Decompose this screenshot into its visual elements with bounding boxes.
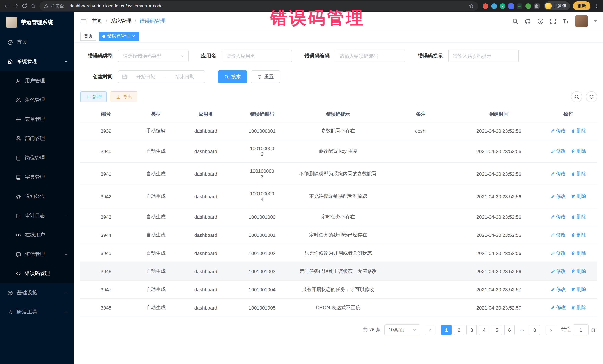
edit-link[interactable]: 修改: [550, 170, 566, 177]
search-button[interactable]: 搜索: [218, 70, 247, 83]
app-logo[interactable]: 芋道管理系统: [0, 12, 74, 33]
bookmark-star-icon[interactable]: [468, 3, 474, 9]
sidebar-item[interactable]: 在线用户: [0, 225, 74, 245]
extension-icon[interactable]: [483, 3, 488, 9]
export-button[interactable]: 导出: [111, 91, 137, 102]
caret-down-icon[interactable]: [594, 20, 597, 22]
edit-link[interactable]: 修改: [550, 213, 566, 220]
delete-link[interactable]: 删除: [571, 232, 586, 238]
sidebar-item[interactable]: 首页: [0, 33, 74, 52]
tab-item[interactable]: 首页: [80, 32, 96, 41]
edit-link[interactable]: 修改: [550, 232, 566, 238]
tab-active[interactable]: 错误码管理×: [99, 32, 139, 41]
help-icon[interactable]: [537, 18, 544, 24]
cell-hint: 参数配置不存在: [293, 122, 383, 140]
delete-link[interactable]: 删除: [571, 286, 586, 293]
browser-reload-icon[interactable]: [22, 3, 27, 9]
font-size-icon[interactable]: [563, 18, 569, 24]
browser-update-button[interactable]: 更新: [573, 1, 590, 10]
delete-link[interactable]: 删除: [571, 213, 586, 220]
error-code-input[interactable]: [335, 50, 405, 62]
sidebar-item[interactable]: 系统管理: [0, 52, 74, 71]
page-button-5[interactable]: 5: [492, 325, 502, 335]
sidebar-item[interactable]: 部门管理: [0, 129, 74, 148]
breadcrumb-item[interactable]: 首页: [92, 18, 103, 24]
page-button-6[interactable]: 6: [504, 325, 515, 335]
more-pages-button[interactable]: •••: [517, 325, 527, 335]
edit-link[interactable]: 修改: [550, 128, 566, 134]
cell-remark: [383, 208, 458, 226]
tags-view: 首页错误码管理×: [74, 30, 603, 42]
delete-link[interactable]: 删除: [571, 193, 586, 200]
fullscreen-icon[interactable]: [550, 18, 556, 24]
address-bar[interactable]: 不安全 dashboard.yudao.iocoder.cn/system/er…: [39, 1, 478, 11]
cell-actions: 修改删除: [540, 262, 597, 280]
reset-button[interactable]: 重置: [251, 70, 280, 83]
page-button-8[interactable]: 8: [530, 325, 540, 335]
add-button[interactable]: 新增: [80, 91, 107, 102]
page-button-2[interactable]: 2: [454, 325, 464, 335]
page-size-select[interactable]: 10条/页: [384, 324, 420, 335]
extension-icon[interactable]: [508, 3, 514, 9]
edit-link[interactable]: 修改: [550, 268, 566, 275]
page-button-1[interactable]: 1: [441, 325, 452, 335]
edit-link[interactable]: 修改: [550, 250, 566, 256]
delete-link[interactable]: 删除: [571, 304, 586, 311]
cell-type: 自动生成: [132, 280, 180, 298]
profile-chip[interactable]: 已暂停: [544, 1, 570, 10]
extension-icon[interactable]: V: [500, 3, 505, 9]
browser-home-icon[interactable]: [30, 3, 36, 9]
browser-back-icon[interactable]: [4, 3, 10, 9]
sidebar-item[interactable]: 短信管理: [0, 245, 74, 264]
sidebar-item[interactable]: 研发工具: [0, 302, 74, 322]
extension-icon[interactable]: [525, 3, 531, 9]
sidebar-item[interactable]: 菜单管理: [0, 110, 74, 129]
sidebar-item[interactable]: 通知公告: [0, 187, 74, 206]
error-hint-input[interactable]: [448, 50, 519, 62]
toggle-search-button[interactable]: [571, 91, 582, 102]
extension-icon[interactable]: [491, 3, 497, 9]
next-page-button[interactable]: ›: [546, 325, 556, 335]
breadcrumb-item[interactable]: 系统管理: [111, 18, 131, 24]
sidebar-item[interactable]: 岗位管理: [0, 148, 74, 167]
cell-remark: [383, 226, 458, 244]
refresh-table-button[interactable]: [586, 91, 597, 102]
prev-page-button[interactable]: ‹: [425, 325, 435, 335]
cell-hint: 定时任务的处理器已经存在: [293, 226, 383, 244]
extension-icon[interactable]: [534, 3, 539, 9]
browser-forward-icon[interactable]: [13, 3, 19, 9]
page-button-4[interactable]: 4: [479, 325, 489, 335]
extension-icon[interactable]: on: [517, 3, 522, 9]
calendar-icon: [122, 74, 127, 79]
delete-link[interactable]: 删除: [571, 268, 586, 275]
date-range-picker[interactable]: 开始日期 - 结束日期: [118, 70, 205, 83]
sidebar-item[interactable]: 字典管理: [0, 167, 74, 187]
sidebar-item[interactable]: 错误码管理: [0, 264, 74, 283]
goto-page-input[interactable]: [573, 324, 589, 335]
page-button-3[interactable]: 3: [466, 325, 477, 335]
user-avatar[interactable]: [575, 15, 588, 27]
sidebar-item[interactable]: 审计日志: [0, 206, 74, 225]
delete-link[interactable]: 删除: [571, 170, 586, 177]
app-name-input[interactable]: [221, 50, 292, 62]
edit-link[interactable]: 修改: [550, 304, 566, 311]
delete-link[interactable]: 删除: [571, 250, 586, 256]
document-icon: [16, 213, 21, 219]
error-type-select[interactable]: 请选择错误码类型: [118, 50, 188, 62]
cell-time: 2021-04-20 23:52:56: [458, 262, 540, 280]
sidebar-item[interactable]: 基础设施: [0, 283, 74, 302]
delete-label: 删除: [577, 286, 586, 293]
github-icon[interactable]: [525, 18, 531, 24]
close-icon[interactable]: ×: [132, 34, 135, 39]
search-icon[interactable]: [512, 18, 518, 24]
sidebar-item[interactable]: 角色管理: [0, 90, 74, 110]
edit-link[interactable]: 修改: [550, 148, 566, 154]
sidebar-item[interactable]: 用户管理: [0, 71, 74, 90]
delete-link[interactable]: 删除: [571, 148, 586, 154]
edit-link[interactable]: 修改: [550, 286, 566, 293]
page-list: 123456•••8: [440, 325, 541, 335]
browser-menu-icon[interactable]: [593, 3, 599, 9]
sidebar-toggle-icon[interactable]: [80, 18, 87, 24]
edit-link[interactable]: 修改: [550, 193, 566, 200]
delete-link[interactable]: 删除: [571, 128, 586, 134]
